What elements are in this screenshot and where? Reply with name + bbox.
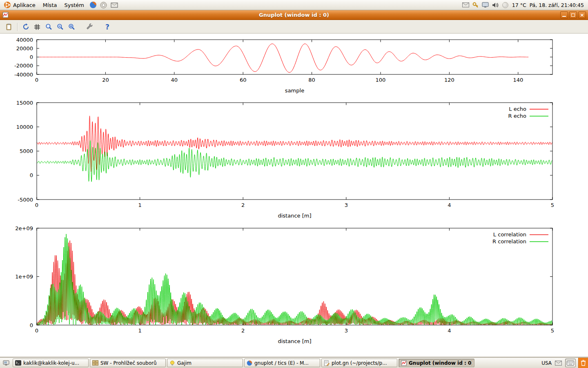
svg-text:-20000: -20000: [14, 63, 33, 69]
svg-text:0: 0: [35, 77, 38, 83]
svg-text:0: 0: [35, 328, 38, 334]
zoom-in-button[interactable]: [66, 22, 77, 32]
close-button[interactable]: ×: [578, 11, 586, 18]
svg-text:R correlation: R correlation: [492, 238, 526, 245]
svg-text:4: 4: [448, 202, 451, 208]
svg-text:distance [m]: distance [m]: [278, 338, 311, 344]
taskbar-window-label: plot.gn (~/projects/p...: [332, 360, 387, 366]
show-desktop-button[interactable]: [1, 359, 11, 368]
taskbar-window-gnuplot[interactable]: Gnuplot (window id : 0): [399, 359, 474, 367]
firefox-launcher[interactable]: [88, 0, 98, 10]
toolbar-separator: [17, 23, 18, 31]
svg-text:sample: sample: [285, 88, 304, 94]
text-editor-icon: [324, 360, 330, 366]
taskbar-window-gajim[interactable]: Gajim: [167, 359, 243, 367]
keyboard-layout-label[interactable]: USA: [541, 360, 552, 366]
taskbar-window-label: SW - Prohlížeč souborů: [100, 360, 157, 366]
mail-applet-icon[interactable]: [555, 361, 562, 366]
svg-text:1e+09: 1e+09: [15, 274, 33, 280]
echo-chart[interactable]: 012345-5000050001000015000distance [m]L …: [0, 98, 588, 223]
svg-text:20: 20: [102, 77, 109, 83]
svg-text:L echo: L echo: [509, 106, 526, 112]
minimize-icon: [562, 13, 566, 17]
svg-text:40000: 40000: [16, 37, 33, 43]
taskbar-window-label: kaklik@kaklik-kolej-u...: [23, 360, 79, 366]
menu-places[interactable]: Místa: [39, 0, 61, 10]
taskbar-window-terminal[interactable]: kaklik@kaklik-kolej-u...: [13, 359, 89, 367]
svg-text:60: 60: [240, 77, 247, 83]
maximize-icon: [571, 13, 575, 17]
svg-text:120: 120: [444, 77, 454, 83]
keyboard-indicator-button[interactable]: [565, 359, 576, 367]
svg-text:10000: 10000: [16, 124, 33, 130]
display-icon[interactable]: [482, 2, 489, 8]
taskbar-window-file-manager[interactable]: SW - Prohlížeč souborů: [90, 359, 166, 367]
temperature-label[interactable]: 17 °C: [512, 2, 526, 8]
minimize-button[interactable]: [560, 11, 568, 18]
settings-button[interactable]: [84, 22, 95, 32]
gajim-icon: [169, 360, 175, 366]
window-titlebar[interactable]: Gnuplot (window id : 0) ×: [0, 10, 588, 20]
svg-text:140: 140: [513, 77, 523, 83]
clipboard-icon: [5, 23, 12, 30]
mail-notification-icon[interactable]: [462, 2, 469, 7]
trash-icon: [581, 360, 586, 366]
help-button[interactable]: ?: [102, 22, 113, 32]
wrench-icon: [86, 23, 93, 30]
svg-text:0: 0: [30, 54, 33, 60]
signal-waveform-chart[interactable]: 020406080100120140-40000-200000200004000…: [0, 34, 588, 98]
taskbar-window-firefox[interactable]: gnuplot / tics (E) - M...: [244, 359, 320, 367]
svg-text:0: 0: [35, 202, 38, 208]
svg-text:3: 3: [345, 202, 348, 208]
svg-text:2: 2: [241, 202, 245, 208]
menu-applications[interactable]: Aplikace: [0, 0, 39, 10]
svg-text:2e+09: 2e+09: [15, 225, 33, 231]
svg-text:40: 40: [171, 77, 178, 83]
svg-text:R echo: R echo: [508, 113, 526, 119]
firefox-icon: [247, 360, 252, 366]
weather-icon[interactable]: [502, 2, 509, 9]
window-title: Gnuplot (window id : 0): [0, 12, 588, 18]
copy-clipboard-button[interactable]: [3, 22, 14, 32]
clock-label[interactable]: Pá, 18. září, 21:40:45: [530, 2, 584, 8]
svg-text:80: 80: [308, 77, 315, 83]
keyboard-icon: [567, 361, 574, 366]
window-controls: ×: [560, 11, 588, 18]
help-icon: ?: [105, 23, 109, 31]
file-manager-icon: [92, 360, 98, 366]
close-icon: ×: [580, 12, 584, 18]
svg-text:20000: 20000: [16, 45, 33, 52]
mail-icon: [111, 2, 118, 8]
help-launcher[interactable]: [98, 0, 109, 10]
grid-toggle-button[interactable]: [32, 22, 42, 32]
taskbar-window-editor[interactable]: plot.gn (~/projects/p...: [321, 359, 397, 367]
svg-text:5: 5: [551, 202, 554, 208]
trash-applet[interactable]: [578, 358, 588, 368]
ubuntu-logo-icon: [4, 1, 11, 9]
gnuplot-icon: [401, 360, 407, 366]
volume-icon[interactable]: [492, 2, 499, 8]
gnome-taskbar: kaklik@kaklik-kolej-u... SW - Prohlížeč …: [0, 357, 588, 368]
menu-system[interactable]: Systém: [60, 0, 87, 10]
zoom-out-button[interactable]: [55, 22, 65, 32]
keyring-icon[interactable]: [472, 2, 479, 8]
svg-text:2: 2: [241, 328, 245, 334]
svg-text:4: 4: [448, 328, 451, 334]
panel-status-area: 17 °C Pá, 18. září, 21:40:45: [462, 2, 588, 9]
zoom-in-icon: [68, 23, 75, 30]
svg-text:3: 3: [345, 328, 348, 334]
correlation-chart[interactable]: 01234501e+092e+09distance [m]L correlati…: [0, 223, 588, 357]
svg-text:15000: 15000: [16, 100, 33, 106]
taskbar-window-label: Gajim: [177, 360, 192, 366]
svg-text:1: 1: [138, 328, 141, 334]
mail-launcher[interactable]: [109, 0, 120, 10]
terminal-icon: [15, 360, 21, 366]
replot-button[interactable]: [20, 22, 31, 32]
menu-system-label: Systém: [64, 2, 84, 8]
zoom-reset-icon: [45, 23, 52, 30]
maximize-button[interactable]: [569, 11, 577, 18]
gnuplot-canvas: 020406080100120140-40000-200000200004000…: [0, 34, 588, 357]
menu-applications-label: Aplikace: [13, 2, 36, 8]
svg-text:5000: 5000: [20, 148, 33, 154]
zoom-reset-button[interactable]: [43, 22, 54, 32]
